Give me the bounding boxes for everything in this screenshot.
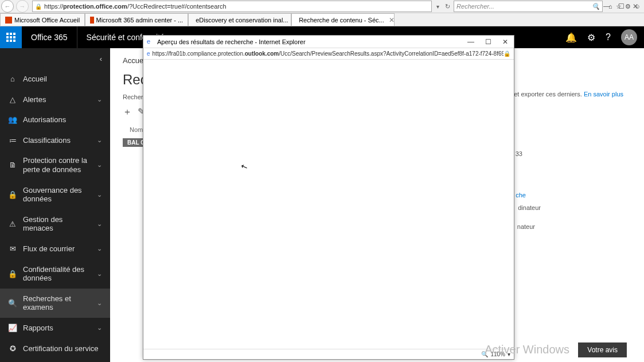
new-search-button[interactable]: ＋ bbox=[123, 106, 132, 118]
sidebar-item[interactable]: ⌂Accueil bbox=[0, 69, 110, 89]
maximize-button[interactable]: ☐ bbox=[618, 2, 625, 10]
svg-rect-2 bbox=[13, 33, 15, 35]
tab-label: eDiscovery et conservation inal... bbox=[196, 17, 288, 24]
nav-label: Certification du service bbox=[23, 344, 102, 353]
chevron-down-icon: ⌄ bbox=[97, 245, 102, 252]
chevron-down-icon: ⌄ bbox=[97, 270, 102, 278]
tab-icon bbox=[5, 17, 12, 24]
help-icon[interactable]: ? bbox=[606, 32, 611, 42]
browser-tab[interactable]: Microsoft Office Accueil bbox=[0, 13, 85, 26]
cursor-icon: ↖ bbox=[240, 161, 249, 172]
svg-rect-7 bbox=[10, 40, 12, 42]
tab-icon bbox=[90, 17, 93, 24]
svg-rect-4 bbox=[10, 36, 12, 38]
bg-value: nateur bbox=[517, 223, 535, 230]
lock-icon: 🔒 bbox=[35, 3, 42, 10]
popup-maximize[interactable]: ☐ bbox=[479, 38, 497, 46]
refresh-icon[interactable]: ↻ bbox=[442, 3, 454, 10]
settings-icon[interactable]: ⚙ bbox=[587, 32, 595, 43]
bg-link[interactable]: che bbox=[516, 192, 526, 198]
address-bar[interactable]: 🔒 https:// protection.office.com /?UccRe… bbox=[32, 1, 432, 12]
nav-label: Protection contre la perte de données bbox=[23, 156, 91, 174]
svg-rect-1 bbox=[10, 33, 12, 35]
popup-minimize[interactable]: — bbox=[462, 38, 479, 46]
nav-icon: 🔍 bbox=[8, 299, 17, 307]
nav-label: Accueil bbox=[23, 75, 102, 84]
nav-icon: 👥 bbox=[8, 115, 17, 124]
lock-icon: 🔒 bbox=[504, 50, 510, 57]
browser-tab-strip: Microsoft Office Accueil Microsoft 365 a… bbox=[0, 13, 644, 26]
sidebar-collapse[interactable]: ‹ bbox=[0, 48, 110, 69]
nav-label: Flux de courrier bbox=[23, 244, 91, 254]
url-host: protection.office.com bbox=[63, 3, 127, 10]
sidebar-item[interactable]: ✪Certification du service bbox=[0, 338, 110, 359]
nav-icon: 🔒 bbox=[8, 270, 17, 278]
sidebar-item[interactable]: 👥Autorisations bbox=[0, 110, 110, 130]
nav-icon: 🗎 bbox=[8, 161, 17, 169]
nav-icon: △ bbox=[8, 95, 17, 104]
popup-address-bar[interactable]: e https:// fra01b.compliance.protection.… bbox=[143, 48, 514, 60]
chevron-down-icon: ⌄ bbox=[97, 191, 102, 198]
windows-watermark: Activer Windows bbox=[485, 343, 569, 356]
avatar[interactable]: AA bbox=[621, 29, 637, 45]
tab-label: Recherche de contenu - Séc... bbox=[299, 17, 384, 24]
tab-label: Microsoft Office Accueil bbox=[14, 17, 80, 24]
sidebar-item[interactable]: △Alertes⌄ bbox=[0, 89, 110, 110]
search-placeholder: Rechercher... bbox=[456, 3, 494, 10]
nav-label: Gouvernance des données bbox=[23, 186, 91, 204]
browser-search-input[interactable]: Rechercher... 🔍 bbox=[454, 1, 603, 12]
nav-label: Confidentialité des données bbox=[23, 265, 91, 283]
browser-tab[interactable]: Recherche de contenu - Séc... ✕ bbox=[291, 13, 395, 26]
sidebar-item[interactable]: ≔Classifications⌄ bbox=[0, 130, 110, 151]
close-button[interactable]: ✕ bbox=[633, 2, 638, 10]
nav-icon: ⌂ bbox=[8, 75, 17, 83]
nav-icon: ⚠ bbox=[8, 220, 17, 228]
url-path: /?UccRedirect=true#/contentsearch bbox=[127, 3, 227, 10]
sidebar-item[interactable]: 🔒Confidentialité des données⌄ bbox=[0, 259, 110, 289]
app-launcher[interactable] bbox=[0, 26, 22, 48]
nav-icon: 🔒 bbox=[8, 190, 17, 199]
popup-window: e Aperçu des résultats de recherche - In… bbox=[143, 35, 514, 360]
sidebar-item[interactable]: ⚠Gestion des menaces⌄ bbox=[0, 209, 110, 239]
sidebar-item[interactable]: ✉Flux de courrier⌄ bbox=[0, 239, 110, 259]
nav-label: Rapports bbox=[23, 324, 91, 333]
nav-label: Recherches et examens bbox=[23, 294, 91, 312]
svg-rect-3 bbox=[6, 36, 9, 38]
url-dropdown[interactable]: ▾ bbox=[434, 3, 442, 10]
nav-icon: ≔ bbox=[8, 136, 17, 145]
sidebar-item[interactable]: 🔒Gouvernance des données⌄ bbox=[0, 180, 110, 209]
popup-url-host-pre: fra01b.compliance.protection. bbox=[170, 50, 245, 57]
bg-value: dinateur bbox=[518, 204, 541, 211]
brand-label[interactable]: Office 365 bbox=[22, 26, 77, 48]
learn-more-link[interactable]: En savoir plus bbox=[584, 91, 623, 98]
sidebar-item[interactable]: 📈Rapports⌄ bbox=[0, 318, 110, 338]
nav-back-button[interactable]: ← bbox=[1, 0, 14, 13]
popup-url-path: /Ucc/Search/PreviewSearchResults.aspx?Ac… bbox=[279, 50, 504, 57]
tab-label: Microsoft 365 admin center - ... bbox=[96, 17, 184, 24]
chevron-down-icon: ⌄ bbox=[97, 299, 102, 307]
sidebar-item[interactable]: 🗎Protection contre la perte de données⌄ bbox=[0, 150, 110, 180]
nav-label: Alertes bbox=[23, 95, 91, 104]
browser-tab[interactable]: Microsoft 365 admin center - ... bbox=[85, 13, 188, 26]
svg-rect-5 bbox=[13, 36, 15, 38]
sidebar-item[interactable]: 🔍Recherches et examens⌄ bbox=[0, 289, 110, 318]
ie-icon: e bbox=[147, 50, 150, 57]
tab-close-icon[interactable]: ✕ bbox=[389, 16, 395, 24]
minimize-button[interactable]: — bbox=[603, 2, 610, 10]
popup-close[interactable]: ✕ bbox=[497, 38, 514, 46]
notifications-icon[interactable]: 🔔 bbox=[565, 32, 577, 43]
chevron-down-icon: ⌄ bbox=[97, 161, 102, 169]
popup-content: ↖ bbox=[143, 60, 514, 349]
nav-label: Gestion des menaces bbox=[23, 215, 91, 233]
chevron-down-icon: ⌄ bbox=[97, 220, 102, 228]
chevron-down-icon: ⌄ bbox=[97, 137, 102, 144]
popup-url-host: outlook.com bbox=[245, 50, 279, 57]
feedback-button[interactable]: Votre avis bbox=[578, 342, 627, 357]
svg-rect-6 bbox=[6, 40, 9, 42]
nav-icon: 📈 bbox=[8, 324, 17, 332]
chevron-down-icon: ⌄ bbox=[97, 324, 102, 332]
popup-url-prefix: https:// bbox=[153, 50, 170, 57]
nav-forward-button[interactable]: → bbox=[16, 0, 29, 13]
browser-tab[interactable]: eDiscovery et conservation inal... bbox=[188, 13, 291, 26]
ie-icon: e bbox=[147, 38, 155, 46]
